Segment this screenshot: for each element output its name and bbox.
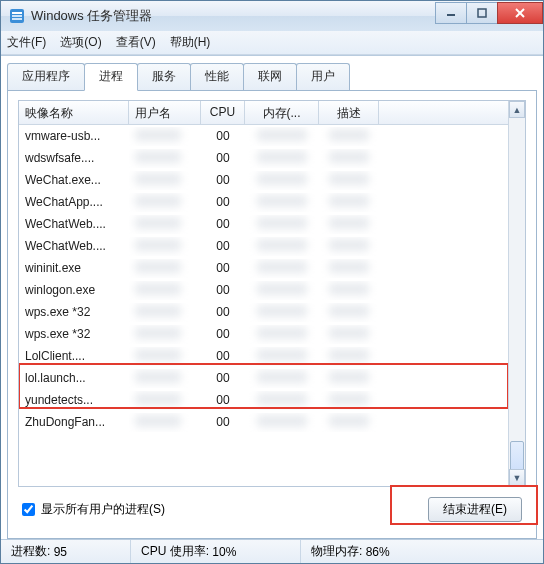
table-row[interactable]: vmware-usb...00 (19, 125, 525, 147)
svg-rect-5 (478, 9, 486, 17)
column-memory[interactable]: 内存(... (245, 101, 319, 124)
cell-user (129, 303, 201, 322)
cell-image-name: wdswfsafe.... (19, 149, 129, 167)
tab-processes[interactable]: 进程 (84, 63, 138, 91)
app-icon (9, 8, 25, 24)
column-user[interactable]: 用户名 (129, 101, 201, 124)
titlebar[interactable]: Windows 任务管理器 (1, 1, 543, 31)
show-all-users-label: 显示所有用户的进程(S) (41, 501, 165, 518)
table-row[interactable]: wps.exe *3200 (19, 301, 525, 323)
table-row[interactable]: WeChat.exe...00 (19, 169, 525, 191)
column-image-name[interactable]: 映像名称 (19, 101, 129, 124)
cell-memory (245, 369, 319, 388)
vertical-scrollbar[interactable]: ▲ ▼ (508, 101, 525, 486)
tab-networking[interactable]: 联网 (243, 63, 297, 90)
cell-description (319, 149, 379, 168)
table-row[interactable]: wps.exe *3200 (19, 323, 525, 345)
menu-file[interactable]: 文件(F) (7, 34, 46, 51)
scroll-down-button[interactable]: ▼ (509, 469, 525, 486)
column-cpu[interactable]: CPU (201, 101, 245, 124)
tabstrip: 应用程序 进程 服务 性能 联网 用户 (7, 63, 537, 91)
table-row[interactable]: WeChatWeb....00 (19, 213, 525, 235)
close-button[interactable] (497, 2, 543, 24)
maximize-button[interactable] (466, 2, 498, 24)
cell-image-name: winlogon.exe (19, 281, 129, 299)
tab-users[interactable]: 用户 (296, 63, 350, 90)
tab-performance[interactable]: 性能 (190, 63, 244, 90)
process-list[interactable]: 映像名称 用户名 CPU 内存(... 描述 vmware-usb...00wd… (18, 100, 526, 487)
table-row[interactable]: yundetects...00 (19, 389, 525, 411)
cell-memory (245, 171, 319, 190)
cell-cpu: 00 (201, 325, 245, 343)
cell-cpu: 00 (201, 369, 245, 387)
cell-memory (245, 259, 319, 278)
cell-image-name: WeChat.exe... (19, 171, 129, 189)
cell-user (129, 237, 201, 256)
window-controls (436, 2, 543, 24)
task-manager-window: Windows 任务管理器 文件(F) 选项(O) 查看(V) 帮助(H) 应用… (0, 0, 544, 564)
cell-image-name: LolClient.... (19, 347, 129, 365)
table-row[interactable]: WeChatWeb....00 (19, 235, 525, 257)
cell-description (319, 413, 379, 432)
cell-cpu: 00 (201, 303, 245, 321)
show-all-users-checkbox[interactable]: 显示所有用户的进程(S) (22, 501, 165, 518)
cell-description (319, 215, 379, 234)
cell-description (319, 127, 379, 146)
cell-image-name: wps.exe *32 (19, 303, 129, 321)
table-row[interactable]: WeChatApp....00 (19, 191, 525, 213)
cell-cpu: 00 (201, 193, 245, 211)
cell-image-name: WeChatWeb.... (19, 237, 129, 255)
table-row[interactable]: winlogon.exe00 (19, 279, 525, 301)
cell-description (319, 281, 379, 300)
scroll-up-button[interactable]: ▲ (509, 101, 525, 118)
cell-image-name: WeChatApp.... (19, 193, 129, 211)
cell-memory (245, 215, 319, 234)
end-process-button[interactable]: 结束进程(E) (428, 497, 522, 522)
cell-cpu: 00 (201, 281, 245, 299)
cell-image-name: ZhuDongFan... (19, 413, 129, 431)
cell-memory (245, 303, 319, 322)
cell-description (319, 325, 379, 344)
tab-applications[interactable]: 应用程序 (7, 63, 85, 90)
cell-image-name: lol.launch... (19, 369, 129, 387)
client-area: 应用程序 进程 服务 性能 联网 用户 映像名称 用户名 CPU 内存(... … (1, 55, 543, 539)
processes-panel: 映像名称 用户名 CPU 内存(... 描述 vmware-usb...00wd… (7, 90, 537, 539)
cell-cpu: 00 (201, 413, 245, 431)
cell-cpu: 00 (201, 391, 245, 409)
tab-services[interactable]: 服务 (137, 63, 191, 90)
table-row[interactable]: lol.launch...00 (19, 367, 525, 389)
table-row[interactable]: ZhuDongFan...00 (19, 411, 525, 433)
table-row[interactable]: wininit.exe00 (19, 257, 525, 279)
cell-memory (245, 413, 319, 432)
cell-image-name: WeChatWeb.... (19, 215, 129, 233)
cell-image-name: vmware-usb... (19, 127, 129, 145)
status-phys-mem: 物理内存: 86% (301, 540, 400, 563)
table-row[interactable]: LolClient....00 (19, 345, 525, 367)
cell-user (129, 369, 201, 388)
minimize-button[interactable] (435, 2, 467, 24)
menu-options[interactable]: 选项(O) (60, 34, 101, 51)
cell-memory (245, 325, 319, 344)
panel-footer: 显示所有用户的进程(S) 结束进程(E) (18, 487, 526, 528)
cell-memory (245, 149, 319, 168)
cell-user (129, 193, 201, 212)
cell-description (319, 303, 379, 322)
cell-memory (245, 281, 319, 300)
menu-view[interactable]: 查看(V) (116, 34, 156, 51)
cell-user (129, 413, 201, 432)
menu-help[interactable]: 帮助(H) (170, 34, 211, 51)
show-all-users-input[interactable] (22, 503, 35, 516)
table-row[interactable]: wdswfsafe....00 (19, 147, 525, 169)
cell-cpu: 00 (201, 237, 245, 255)
column-description[interactable]: 描述 (319, 101, 379, 124)
cell-memory (245, 237, 319, 256)
cell-user (129, 325, 201, 344)
status-process-count: 进程数: 95 (1, 540, 131, 563)
cell-user (129, 215, 201, 234)
status-cpu-usage: CPU 使用率: 10% (131, 540, 301, 563)
window-title: Windows 任务管理器 (31, 7, 436, 25)
cell-user (129, 149, 201, 168)
svg-rect-3 (12, 18, 22, 20)
column-headers: 映像名称 用户名 CPU 内存(... 描述 (19, 101, 525, 125)
cell-cpu: 00 (201, 171, 245, 189)
